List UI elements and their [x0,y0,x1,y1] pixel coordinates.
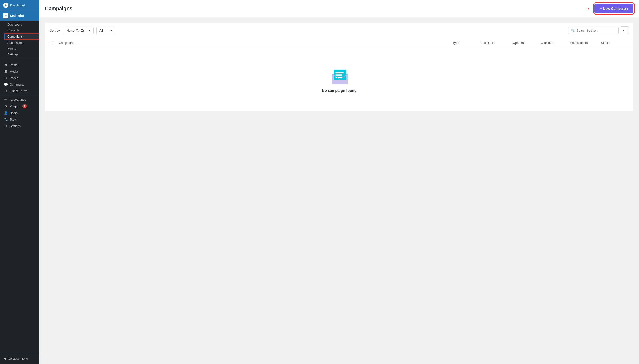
sort-select[interactable]: Name (A - Z) ▾ [64,27,94,34]
wp-icon [3,3,8,8]
main-header: Campaigns + New Campaign [40,0,639,17]
col-recipients: Recipients [480,41,513,45]
svg-rect-2 [336,72,344,74]
sidebar-item-comments[interactable]: 💬 Comments [0,81,40,88]
sidebar: Dashboard Mail Mint Dashboard Contacts C… [0,0,40,364]
filter-chevron-icon: ▾ [110,29,112,32]
new-campaign-button[interactable]: + New Campaign [594,4,634,13]
media-label: Media [10,70,18,73]
svg-rect-3 [336,74,342,76]
toolbar: Sort by Name (A - Z) ▾ All ▾ 🔍 ⋯ [45,23,634,38]
collapse-menu-item[interactable]: ◀ Collapse menu [0,355,40,362]
contacts-label: Contacts [8,28,19,32]
sidebar-item-settings-wp[interactable]: ⊞ Settings [0,123,40,129]
sidebar-item-pages[interactable]: ◻ Pages [0,75,40,81]
posts-icon: ✱ [4,63,8,67]
comments-icon: 💬 [4,82,8,86]
empty-icon [330,66,348,85]
sort-chevron-icon: ▾ [89,29,91,32]
sidebar-item-campaigns[interactable]: Campaigns [4,33,40,40]
sidebar-bottom: ◀ Collapse menu [0,353,40,364]
main-content: Campaigns + New Campaign Sort by Name (A… [40,0,639,364]
plugins-icon: ⚙ [4,104,8,108]
sidebar-item-users[interactable]: 👤 Users [0,110,40,116]
arrow-indicator [583,4,591,13]
collapse-label: Collapse menu [8,357,28,360]
wp-dashboard-label: Dashboard [10,4,25,7]
mail-mint-subnav: Dashboard Contacts Campaigns Automations… [0,21,40,58]
fluent-forms-label: Fluent Forms [10,89,28,93]
posts-label: Posts [10,63,18,67]
filter-select[interactable]: All ▾ [96,27,115,34]
table-header: Campaigns Type Recipients Open rate Clic… [45,38,634,48]
sidebar-item-automations[interactable]: Automations [4,40,40,46]
col-open-rate: Open rate [513,41,541,45]
sort-by-label: Sort by [50,28,60,32]
appearance-label: Appearance [10,98,26,101]
empty-state: No campaign found [45,48,634,111]
campaigns-label: Campaigns [8,35,23,38]
col-status: Status [601,41,629,45]
main-body: Sort by Name (A - Z) ▾ All ▾ 🔍 ⋯ [40,17,639,364]
settings-wp-label: Settings [10,124,21,128]
plugins-label: Plugins [10,104,20,108]
filter-value: All [100,29,103,32]
comments-label: Comments [10,83,24,86]
sort-value: Name (A - Z) [66,29,84,32]
toolbar-right: 🔍 ⋯ [568,26,629,34]
fluent-forms-icon: ⊟ [4,89,8,93]
sidebar-item-contacts[interactable]: Contacts [4,27,40,33]
collapse-icon: ◀ [4,357,6,360]
mail-mint-header[interactable]: Mail Mint [0,11,40,21]
users-label: Users [10,111,18,115]
divider2 [0,95,40,95]
sidebar-item-tools[interactable]: 🔧 Tools [0,116,40,123]
sidebar-item-fluent-forms[interactable]: ⊟ Fluent Forms [0,88,40,94]
col-unsubscribers: Unsubscribers [568,41,601,45]
sidebar-item-plugins[interactable]: ⚙ Plugins 1 [0,103,40,110]
search-input[interactable] [577,29,616,32]
mail-mint-label: Mail Mint [10,14,24,18]
col-type: Type [452,41,480,45]
search-icon: 🔍 [571,29,575,32]
settings-label: Settings [8,53,18,56]
mail-mint-icon [3,13,8,18]
users-icon: 👤 [4,111,8,115]
page-title: Campaigns [45,6,72,12]
sidebar-item-settings[interactable]: Settings [4,52,40,57]
wp-dashboard-item[interactable]: Dashboard [0,0,40,11]
sidebar-item-media[interactable]: ⊞ Media [0,68,40,75]
header-right: + New Campaign [583,4,634,13]
col-click-rate: Click rate [541,41,568,45]
sidebar-item-dashboard[interactable]: Dashboard [4,22,40,27]
pages-label: Pages [10,76,18,80]
plugins-badge: 1 [22,104,27,108]
forms-label: Forms [8,47,16,50]
more-options-button[interactable]: ⋯ [621,26,629,34]
dashboard-label: Dashboard [8,23,22,26]
pages-icon: ◻ [4,76,8,80]
tools-label: Tools [10,118,17,121]
select-all-checkbox[interactable] [50,41,53,45]
sidebar-item-posts[interactable]: ✱ Posts [0,62,40,68]
divider [0,59,40,59]
settings-wp-icon: ⊞ [4,124,8,128]
media-icon: ⊞ [4,70,8,73]
empty-envelope-icon [330,66,351,85]
select-all-cell[interactable] [50,41,59,45]
sidebar-item-appearance[interactable]: ✏ Appearance [0,96,40,103]
empty-message: No campaign found [322,88,356,93]
wp-nav: ✱ Posts ⊞ Media ◻ Pages 💬 Comments ⊟ Flu… [0,60,40,130]
search-box: 🔍 [568,27,618,34]
automations-label: Automations [8,41,24,44]
sidebar-item-forms[interactable]: Forms [4,46,40,52]
tools-icon: 🔧 [4,118,8,121]
campaigns-panel: Sort by Name (A - Z) ▾ All ▾ 🔍 ⋯ [45,23,634,111]
appearance-icon: ✏ [4,98,8,101]
col-campaigns: Campaigns [59,41,452,45]
